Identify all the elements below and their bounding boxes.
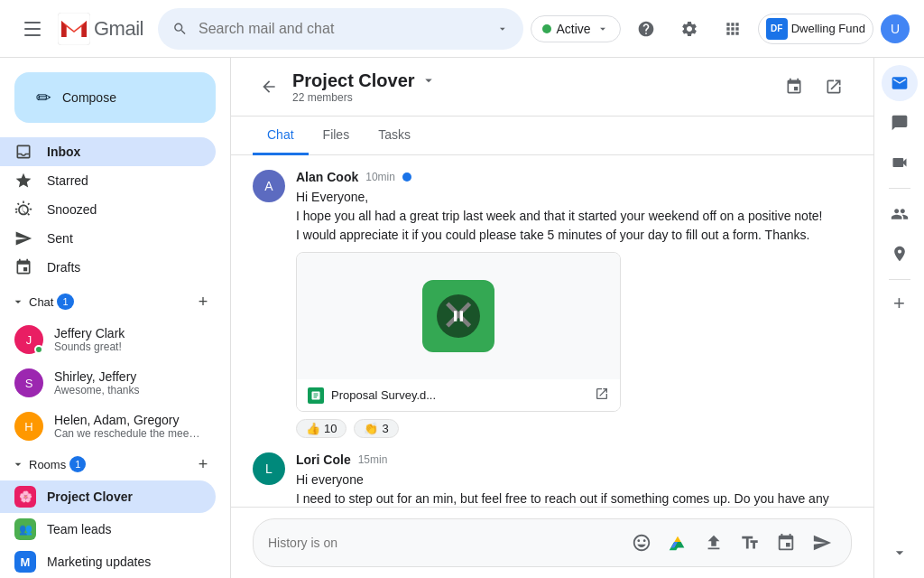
settings-button[interactable] (671, 11, 707, 47)
drive-button[interactable] (663, 528, 692, 557)
msg-time-1: 10min (365, 171, 395, 183)
attachment-open-button[interactable] (595, 387, 609, 404)
back-button[interactable] (253, 70, 285, 103)
chat-section-header[interactable]: Chat 1 + (0, 285, 230, 318)
reaction-count-1b: 3 (382, 422, 388, 435)
reaction-emoji-1a: 👍 (306, 422, 320, 435)
chat-area: Project Clover 22 members Chat Files Tas… (231, 58, 873, 578)
chat-item-jeffery[interactable]: J Jeffery Clark Sounds great! (0, 318, 216, 361)
compose-label: Compose (62, 90, 116, 105)
room-title-chevron-icon[interactable] (420, 72, 437, 89)
format-button[interactable] (735, 528, 764, 557)
chat-item-helen[interactable]: H Helen, Adam, Gregory Can we reschedule… (0, 405, 216, 448)
compose-button[interactable]: ✏ Compose (14, 72, 216, 123)
room-item-marketing[interactable]: M Marketing updates (0, 545, 216, 578)
sidebar-item-inbox[interactable]: Inbox (0, 137, 216, 166)
rooms-badge: 1 (69, 456, 86, 472)
sidebar-item-snoozed[interactable]: Snoozed (0, 195, 216, 224)
search-input[interactable] (199, 21, 485, 37)
active-dot-icon (542, 24, 551, 33)
right-panel-divider (889, 188, 910, 189)
apps-icon (724, 20, 742, 38)
schedule-button[interactable] (772, 528, 800, 557)
inbox-icon (14, 143, 32, 161)
dwelling-fund-button[interactable]: DF Dwelling Fund (758, 14, 873, 44)
right-panel-expand-button[interactable] (882, 535, 918, 571)
send-icon (812, 533, 832, 553)
sheets-icon (308, 387, 324, 404)
pin-icon (785, 78, 803, 96)
right-panel-maps-icon (891, 245, 909, 263)
tab-tasks[interactable]: Tasks (364, 117, 425, 155)
message-1: A Alan Cook 10min Hi Everyone, I hope yo… (253, 170, 852, 438)
room-icon-team-leads: 👥 (14, 518, 36, 540)
user-avatar[interactable]: U (881, 14, 910, 43)
help-button[interactable] (628, 11, 664, 47)
emoji-icon (632, 533, 651, 553)
gmail-wordmark: Gmail (94, 17, 143, 41)
chat-preview-jeffery: Sounds great! (54, 340, 201, 353)
message-input[interactable] (268, 536, 620, 550)
sidebar-item-starred[interactable]: Starred (0, 166, 216, 195)
right-panel-meet-button[interactable] (882, 144, 918, 181)
snoozed-label: Snoozed (47, 202, 97, 217)
emoji-button[interactable] (627, 528, 656, 557)
attachment-1: ✕ Proposal Survey.d... (296, 252, 621, 412)
msg-avatar-2: L (253, 452, 285, 485)
rooms-section-label: Rooms (29, 458, 66, 471)
draft-icon (14, 258, 32, 276)
right-panel-chat-icon (891, 114, 909, 132)
room-icon-marketing: M (14, 551, 36, 573)
topbar-right: Active DF Dwelling Fund U (531, 11, 910, 47)
schedule-icon (776, 533, 796, 553)
chat-name-helen: Helen, Adam, Gregory (54, 413, 201, 427)
active-chevron-icon (596, 23, 609, 35)
right-panel-maps-button[interactable] (882, 236, 918, 272)
search-bar[interactable] (158, 8, 523, 50)
sidebar-item-sent[interactable]: Sent (0, 224, 216, 253)
msg-time-2: 15min (358, 453, 388, 466)
chat-item-shirley[interactable]: S Shirley, Jeffery Awesome, thanks (0, 361, 216, 405)
main-layout: ✏ Compose Inbox Starred Snoozed Sent (0, 58, 924, 578)
chat-tabs: Chat Files Tasks (231, 117, 873, 155)
active-status-button[interactable]: Active (531, 15, 621, 42)
chat-section-label: Chat (29, 295, 53, 309)
room-item-project-clover[interactable]: 🌸 Project Clover (0, 480, 216, 513)
snooze-icon (14, 200, 32, 219)
right-panel-add-button[interactable]: + (883, 287, 916, 320)
rooms-section-header[interactable]: Rooms 1 + (0, 448, 230, 480)
reaction-clap-1[interactable]: 👏 3 (354, 419, 398, 438)
menu-button[interactable] (14, 11, 51, 47)
active-label: Active (557, 22, 591, 36)
sent-icon (14, 229, 32, 247)
right-panel-contacts-icon (891, 205, 909, 223)
tab-chat[interactable]: Chat (253, 117, 309, 155)
chat-name-shirley: Shirley, Jeffery (54, 369, 201, 384)
tab-files[interactable]: Files (309, 117, 365, 155)
right-panel-chat-button[interactable] (882, 105, 918, 141)
drafts-label: Drafts (47, 260, 80, 275)
compose-plus-icon: ✏ (36, 87, 51, 108)
rooms-add-button[interactable]: + (190, 452, 216, 477)
sidebar-item-drafts[interactable]: Drafts (0, 253, 216, 282)
send-button[interactable] (808, 528, 836, 557)
room-item-team-leads[interactable]: 👥 Team leads (0, 513, 216, 545)
apps-button[interactable] (715, 11, 751, 47)
settings-icon (680, 20, 698, 38)
upload-button[interactable] (699, 528, 728, 557)
pin-button[interactable] (776, 69, 812, 105)
chat-room-title: Project Clover (292, 70, 415, 91)
msg-text-1: Hi Everyone, I hope you all had a great … (296, 188, 852, 245)
messages-area: A Alan Cook 10min Hi Everyone, I hope yo… (231, 155, 873, 507)
chat-add-button[interactable]: + (190, 289, 216, 314)
search-chevron-icon[interactable] (496, 22, 509, 36)
reaction-emoji-1b: 👏 (364, 422, 378, 435)
chat-preview-helen: Can we reschedule the meeti... (54, 427, 201, 440)
message-2: L Lori Cole 15min Hi everyone I need to … (253, 452, 852, 507)
msg-text-2: Hi everyone I need to step out for an mi… (296, 471, 852, 507)
right-panel-mail-button[interactable] (882, 65, 918, 101)
right-panel-contacts-button[interactable] (882, 196, 918, 232)
message-input-box (253, 518, 852, 567)
reaction-thumbsup-1[interactable]: 👍 10 (296, 419, 346, 438)
open-external-button[interactable] (816, 69, 852, 105)
